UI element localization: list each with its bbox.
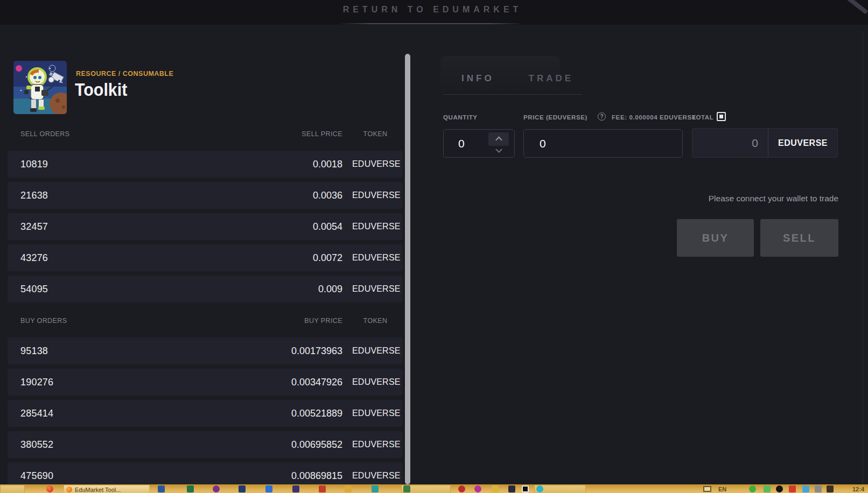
- tray-green-icon[interactable]: [749, 485, 756, 492]
- buy-price-label: BUY PRICE: [267, 317, 342, 325]
- folder-icon[interactable]: [345, 485, 352, 492]
- word-icon[interactable]: [158, 485, 165, 492]
- order-qty: 380552: [20, 439, 267, 450]
- tray-green2-icon[interactable]: [764, 485, 771, 492]
- tab-trade[interactable]: TRADE: [529, 73, 574, 84]
- navy-app-icon[interactable]: [239, 485, 246, 492]
- taskbar: EduMarket Tool... EN 12:4: [0, 484, 868, 493]
- volume-icon[interactable]: [827, 485, 834, 492]
- dark-app-icon[interactable]: [508, 485, 515, 492]
- taskbar-button[interactable]: [0, 485, 25, 493]
- buy-order-row[interactable]: 190276 0.00347926 EDUVERSE: [8, 369, 403, 396]
- order-price: 0.00173963: [267, 346, 342, 357]
- skype-icon[interactable]: [536, 485, 543, 492]
- buy-order-row[interactable]: 95138 0.00173963 EDUVERSE: [8, 337, 403, 364]
- order-price: 0.00695852: [267, 439, 342, 450]
- price-input[interactable]: 0: [523, 129, 683, 158]
- order-token: EDUVERSE: [352, 440, 398, 449]
- chevron-down-icon: [495, 146, 502, 153]
- chevron-up-icon: [495, 137, 502, 144]
- sell-orders-list: 10819 0.0018 EDUVERSE 21638 0.0036 EDUVE…: [8, 151, 403, 307]
- indigo-app-icon[interactable]: [292, 485, 299, 492]
- order-token: EDUVERSE: [352, 159, 398, 169]
- taskbar-clock: 12:4: [852, 486, 864, 492]
- sell-order-row[interactable]: 10819 0.0018 EDUVERSE: [8, 151, 403, 178]
- active-window-title: EduMarket Tool...: [75, 487, 121, 493]
- topbar-underline: [338, 23, 524, 24]
- language-indicator[interactable]: EN: [718, 486, 726, 492]
- order-price: 0.00521889: [267, 408, 342, 419]
- order-qty: 95138: [20, 346, 267, 357]
- buy-button[interactable]: BUY: [677, 219, 754, 257]
- sell-price-label: SELL PRICE: [267, 130, 342, 138]
- purple-app-icon[interactable]: [213, 485, 220, 492]
- item-title: Toolkit: [75, 80, 127, 100]
- scrollbar[interactable]: [405, 54, 410, 484]
- help-icon[interactable]: ?: [598, 112, 606, 121]
- tray-gray-icon[interactable]: [815, 485, 822, 492]
- item-category: RESOURCE / CONSUMABLE: [76, 70, 173, 78]
- sell-order-row[interactable]: 54095 0.009 EDUVERSE: [8, 276, 403, 302]
- sell-order-row[interactable]: 32457 0.0054 EDUVERSE: [8, 213, 403, 240]
- page: RETURN TO EDUMARKET: [0, 0, 868, 493]
- tray-black-icon[interactable]: [776, 485, 783, 492]
- price-label: PRICE (EDUVERSE): [523, 114, 587, 121]
- order-token: EDUVERSE: [352, 346, 398, 356]
- total-checkbox-icon[interactable]: [717, 112, 726, 121]
- tabs-underline: [443, 94, 582, 95]
- order-token: EDUVERSE: [352, 284, 398, 294]
- excel-icon[interactable]: [187, 485, 194, 492]
- sell-token-label: TOKEN: [352, 130, 398, 138]
- sell-order-row[interactable]: 21638 0.0036 EDUVERSE: [8, 182, 403, 209]
- quantity-input[interactable]: 0: [443, 129, 515, 158]
- order-price: 0.0018: [267, 159, 342, 170]
- magenta-app-icon[interactable]: [474, 485, 481, 492]
- stepper-down-button[interactable]: [488, 146, 509, 156]
- order-token: EDUVERSE: [352, 377, 398, 387]
- red-app-icon[interactable]: [319, 485, 326, 492]
- browser-icon[interactable]: [46, 485, 53, 492]
- astronaut-illustration: [13, 61, 67, 114]
- order-qty: 54095: [20, 284, 267, 295]
- trade-panel-tabs: INFO TRADE: [461, 73, 573, 84]
- order-price: 0.0036: [267, 190, 342, 201]
- tab-info[interactable]: INFO: [461, 73, 494, 84]
- order-qty: 190276: [20, 377, 267, 388]
- order-token: EDUVERSE: [352, 253, 398, 263]
- firefox-icon: [66, 487, 72, 492]
- total-value: 0: [692, 129, 768, 157]
- order-qty: 285414: [20, 408, 267, 419]
- order-qty: 10819: [20, 159, 267, 170]
- buy-order-row[interactable]: 285414 0.00521889 EDUVERSE: [8, 400, 403, 427]
- top-bar: RETURN TO EDUMARKET: [0, 0, 868, 25]
- buy-order-row[interactable]: 380552 0.00695852 EDUVERSE: [8, 431, 403, 458]
- fee-label: FEE: 0.000004 EDUVERSE: [612, 114, 696, 121]
- order-price: 0.009: [267, 284, 342, 295]
- desktop-toggle-icon[interactable]: [703, 486, 711, 492]
- active-window-button[interactable]: EduMarket Tool...: [64, 485, 150, 493]
- order-token: EDUVERSE: [352, 222, 398, 231]
- stepper-up-button[interactable]: [488, 132, 509, 146]
- buy-orders-header: BUY ORDERS BUY PRICE TOKEN: [8, 316, 403, 325]
- tray-keyboard-icon[interactable]: [802, 485, 809, 492]
- quantity-label: QUANTITY: [443, 114, 478, 121]
- sell-orders-label: SELL ORDERS: [20, 130, 267, 138]
- terminal-icon[interactable]: [522, 485, 529, 492]
- order-qty: 43276: [20, 252, 267, 264]
- order-qty: 475690: [20, 470, 267, 482]
- clock-app-icon[interactable]: [458, 485, 465, 492]
- sell-order-row[interactable]: 43276 0.0072 EDUVERSE: [8, 244, 403, 271]
- order-qty: 32457: [20, 221, 267, 233]
- tray-red-icon[interactable]: [789, 485, 796, 492]
- order-token: EDUVERSE: [352, 409, 398, 418]
- teal-app-icon[interactable]: [372, 485, 379, 492]
- gold-app-icon[interactable]: [492, 485, 499, 492]
- order-token: EDUVERSE: [352, 471, 398, 481]
- green-app-icon[interactable]: [403, 485, 410, 492]
- buy-orders-list: 95138 0.00173963 EDUVERSE 190276 0.00347…: [8, 337, 403, 493]
- quantity-stepper: [488, 132, 509, 156]
- item-image: [13, 61, 67, 114]
- return-link[interactable]: RETURN TO EDUMARKET: [0, 5, 865, 15]
- blue-app-icon[interactable]: [265, 485, 272, 492]
- sell-button[interactable]: SELL: [760, 219, 838, 257]
